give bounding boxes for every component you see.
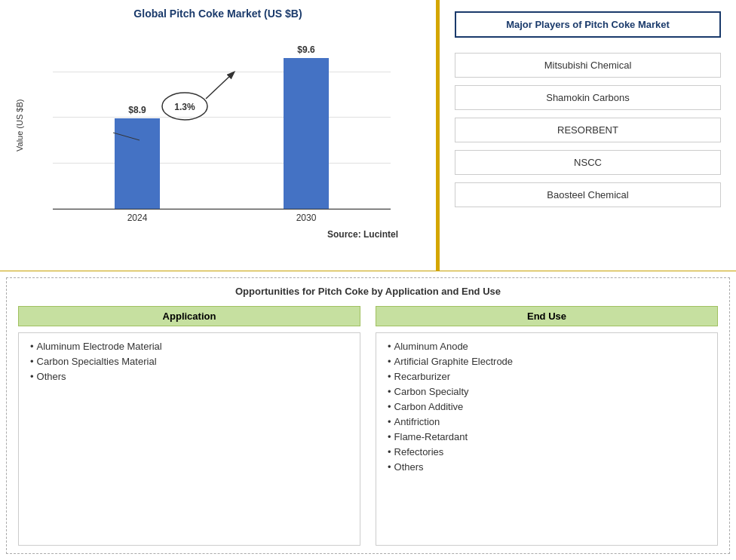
app-item-1-text: Aluminum Electrode Material xyxy=(37,341,162,352)
end-item-5-text: Carbon Additive xyxy=(394,401,464,412)
end-item-7-text: Flame-Retardant xyxy=(394,431,468,442)
bullet-icon: • xyxy=(388,431,391,442)
bullet-icon: • xyxy=(388,416,391,427)
end-item-3: • Recarburizer xyxy=(388,371,706,382)
end-item-2: • Artificial Graphite Electrode xyxy=(388,356,706,367)
app-item-2: • Carbon Specialties Material xyxy=(30,356,348,367)
end-use-column: End Use • Aluminum Anode • Artificial Gr… xyxy=(376,306,718,546)
chart-inner: 1.3% $8.9 xyxy=(30,27,421,223)
x-axis-labels: 2024 2030 xyxy=(30,210,421,223)
app-item-3: • Others xyxy=(30,371,348,382)
main-container: Global Pitch Coke Market (US $B) Value (… xyxy=(0,0,736,560)
end-item-4: • Carbon Specialty xyxy=(388,386,706,397)
end-item-8-text: Refectories xyxy=(394,446,444,457)
application-content: • Aluminum Electrode Material • Carbon S… xyxy=(18,332,360,546)
bullet-icon: • xyxy=(388,356,391,367)
x-label-2024: 2024 xyxy=(53,213,222,223)
app-item-3-text: Others xyxy=(37,371,66,382)
application-column: Application • Aluminum Electrode Materia… xyxy=(18,306,360,546)
chart-title: Global Pitch Coke Market (US $B) xyxy=(15,8,421,20)
end-item-8: • Refectories xyxy=(388,446,706,457)
players-title: Major Players of Pitch Coke Market xyxy=(455,11,721,38)
player-item-4: NSCC xyxy=(455,150,721,175)
source-text: Source: Lucintel xyxy=(15,229,421,240)
bottom-section: Opportunities for Pitch Coke by Applicat… xyxy=(6,277,730,554)
bar-2024 xyxy=(115,118,160,209)
end-item-2-text: Artificial Graphite Electrode xyxy=(394,356,514,367)
player-item-3: RESORBENT xyxy=(455,118,721,142)
end-item-9-text: Others xyxy=(394,461,424,473)
bullet-icon: • xyxy=(388,386,391,397)
end-item-1-text: Aluminum Anode xyxy=(394,341,468,352)
bullet-icon: • xyxy=(388,401,391,412)
opportunities-title: Opportunities for Pitch Coke by Applicat… xyxy=(18,286,718,297)
chart-area: Global Pitch Coke Market (US $B) Value (… xyxy=(0,0,437,271)
opportunities-columns: Application • Aluminum Electrode Materia… xyxy=(18,306,718,546)
player-item-1: Mitsubishi Chemical xyxy=(455,53,721,78)
application-header: Application xyxy=(18,306,360,326)
bar-2030 xyxy=(284,58,329,209)
bar-value-2030: $9.6 xyxy=(297,44,314,55)
bullet-icon: • xyxy=(30,356,34,367)
end-item-4-text: Carbon Specialty xyxy=(394,386,469,397)
top-section: Global Pitch Coke Market (US $B) Value (… xyxy=(0,0,736,271)
bullet-icon: • xyxy=(30,341,34,352)
players-panel: Major Players of Pitch Coke Market Mitsu… xyxy=(440,0,736,271)
end-item-6-text: Antifriction xyxy=(394,416,440,427)
bar-value-2024: $8.9 xyxy=(128,105,146,115)
player-item-2: Shamokin Carbons xyxy=(455,85,721,110)
bar-group-2024: $8.9 xyxy=(53,105,222,209)
y-axis-label: Value (US $B) xyxy=(15,27,30,223)
bars-container: 1.3% $8.9 xyxy=(30,27,421,209)
end-use-content: • Aluminum Anode • Artificial Graphite E… xyxy=(376,332,718,546)
bar-group-2030: $9.6 xyxy=(222,44,391,209)
x-label-2030: 2030 xyxy=(222,213,391,223)
end-item-9: • Others xyxy=(388,461,706,473)
bullet-icon: • xyxy=(388,446,391,457)
app-item-2-text: Carbon Specialties Material xyxy=(37,356,157,367)
end-item-7: • Flame-Retardant xyxy=(388,431,706,442)
app-item-1: • Aluminum Electrode Material xyxy=(30,341,348,352)
end-item-1: • Aluminum Anode xyxy=(388,341,706,352)
bullet-icon: • xyxy=(388,341,391,352)
end-use-header: End Use xyxy=(376,306,718,326)
bullet-icon: • xyxy=(388,461,391,473)
bullet-icon: • xyxy=(388,371,391,382)
chart-wrapper: Value (US $B) 1.3% xyxy=(15,27,421,223)
end-item-3-text: Recarburizer xyxy=(394,371,450,382)
bullet-icon: • xyxy=(30,371,34,382)
player-item-5: Baosteel Chemical xyxy=(455,182,721,207)
end-item-6: • Antifriction xyxy=(388,416,706,427)
end-item-5: • Carbon Additive xyxy=(388,401,706,412)
